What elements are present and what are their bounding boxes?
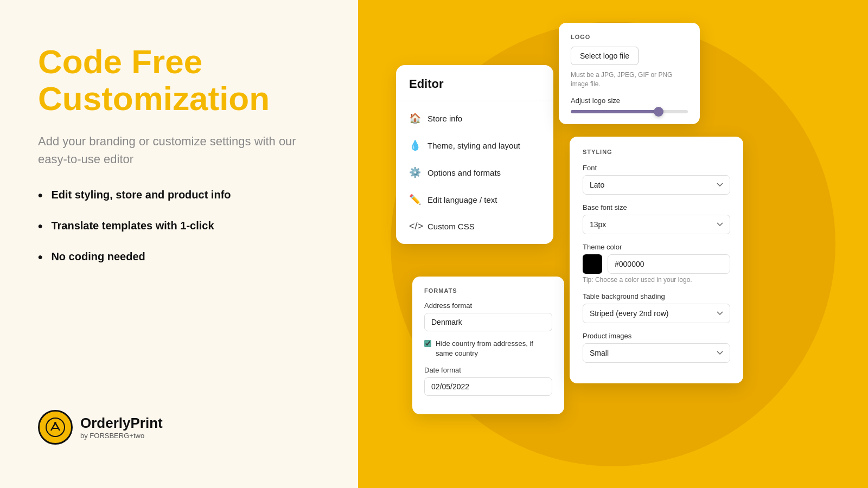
color-input[interactable] [608,254,730,274]
hide-country-label: Hide country from addresses, if same cou… [436,339,552,358]
formats-card: FORMATS Address format Hide country from… [412,277,564,414]
menu-label-language: Edit language / text [427,195,497,204]
bullet-list: Edit styling, store and product info Tra… [38,188,320,265]
font-select[interactable]: Lato [583,175,730,195]
svg-point-0 [46,418,65,436]
editor-menu: 🏠 Store info 💧 Theme, styling and layout… [396,100,553,244]
theme-icon: 💧 [409,139,420,151]
adjust-size-label: Adjust logo size [571,97,688,105]
logo-hint: Must be a JPG, JPEG, GIF or PNG image fi… [571,70,688,89]
menu-item-options[interactable]: ⚙️ Options and formats [396,159,553,186]
editor-header: Editor [396,65,553,100]
font-label: Font [583,164,730,172]
brand-logo-text: OrderlyPrint by FORSBERG+two [80,415,163,440]
table-bg-select[interactable]: Striped (every 2nd row) [583,304,730,323]
brand-logo-icon [38,410,73,445]
product-images-select[interactable]: Small [583,343,730,363]
date-format-group: Date format [424,366,552,396]
table-bg-group: Table background shading Striped (every … [583,292,730,323]
slider-fill [571,110,659,113]
edit-icon: ✏️ [409,194,420,206]
formats-label: FORMATS [424,287,552,294]
menu-item-css[interactable]: </> Custom CSS [396,213,553,240]
address-format-input[interactable] [424,313,552,331]
bullet-item-1: Edit styling, store and product info [38,188,320,203]
select-logo-button[interactable]: Select logo file [571,47,639,65]
menu-item-language[interactable]: ✏️ Edit language / text [396,186,553,213]
color-row [583,254,730,274]
hide-country-row: Hide country from addresses, if same cou… [424,339,552,358]
date-format-input[interactable] [424,377,552,396]
font-size-group: Base font size 13px [583,203,730,234]
left-content: Code Free Customization Add your brandin… [38,43,320,280]
menu-label-options: Options and formats [427,168,501,177]
color-swatch[interactable] [583,254,602,274]
menu-item-store-info[interactable]: 🏠 Store info [396,105,553,132]
menu-item-theme[interactable]: 💧 Theme, styling and layout [396,132,553,159]
brand-logo-area: OrderlyPrint by FORSBERG+two [38,410,320,445]
main-title: Code Free Customization [38,43,320,117]
product-images-group: Product images Small [583,332,730,363]
code-icon: </> [409,221,420,232]
editor-panel: Editor 🏠 Store info 💧 Theme, styling and… [396,65,553,244]
menu-label-theme: Theme, styling and layout [427,141,520,150]
menu-label-store-info: Store info [427,114,462,123]
address-format-label: Address format [424,301,552,310]
logo-card-label: LOGO [571,34,688,40]
font-group: Font Lato [583,164,730,195]
theme-color-group: Theme color Tip: Choose a color used in … [583,243,730,284]
right-panel: Editor 🏠 Store info 💧 Theme, styling and… [358,0,868,488]
color-tip: Tip: Choose a color used in your logo. [583,276,730,284]
bullet-item-2: Translate templates with 1-click [38,219,320,234]
bullet-item-3: No coding needed [38,249,320,265]
hide-country-checkbox[interactable] [424,340,431,347]
logo-card: LOGO Select logo file Must be a JPG, JPE… [559,23,700,124]
product-images-label: Product images [583,332,730,340]
title-line1: Code Free [38,43,202,80]
brand-sub: by FORSBERG+two [80,432,163,440]
styling-card: STYLING Font Lato Base font size 13px Th… [570,137,743,383]
font-size-select[interactable]: 13px [583,215,730,234]
brand-name: OrderlyPrint [80,415,163,432]
home-icon: 🏠 [409,112,420,124]
subtitle: Add your branding or customize settings … [38,132,320,168]
left-panel: Code Free Customization Add your brandin… [0,0,358,488]
date-format-label: Date format [424,366,552,374]
options-icon: ⚙️ [409,166,420,178]
menu-label-css: Custom CSS [427,222,475,231]
logo-size-slider[interactable] [571,110,688,113]
address-format-group: Address format [424,301,552,331]
styling-label: STYLING [583,149,730,155]
title-line2: Customization [38,80,270,117]
theme-color-label: Theme color [583,243,730,251]
font-size-label: Base font size [583,203,730,211]
svg-point-1 [54,422,56,424]
slider-thumb [654,107,663,117]
table-bg-label: Table background shading [583,292,730,300]
